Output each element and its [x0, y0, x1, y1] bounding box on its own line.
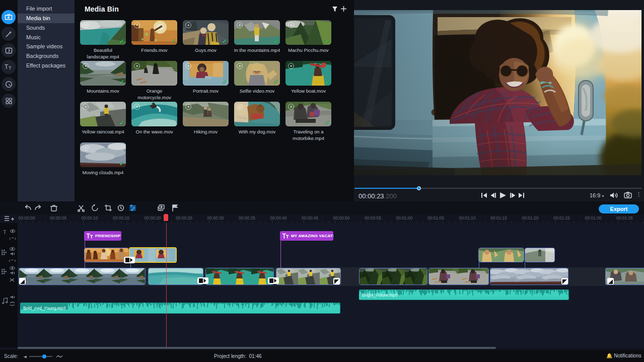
svg-text:T: T: [5, 63, 9, 70]
svg-text:T: T: [9, 65, 12, 70]
